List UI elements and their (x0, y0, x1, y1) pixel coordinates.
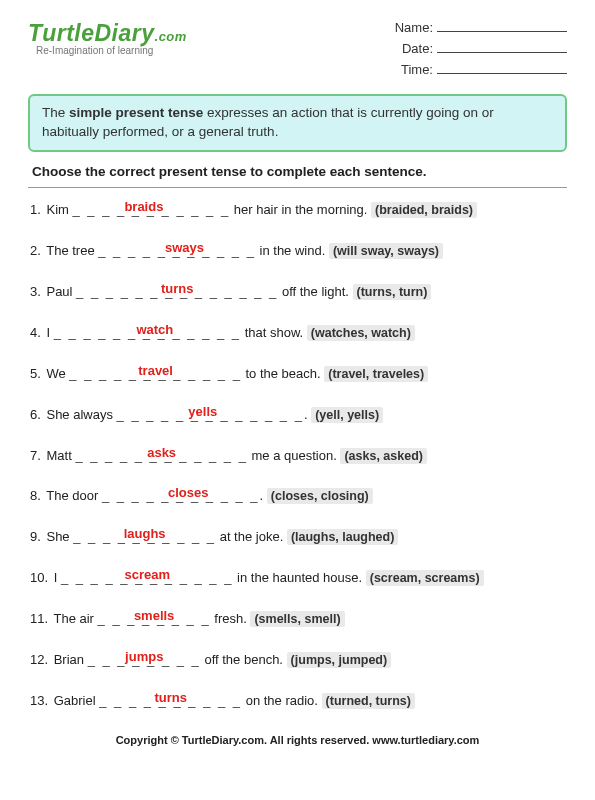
question-number: 13. (30, 693, 48, 708)
options: (braided, braids) (371, 202, 477, 218)
answer-blank[interactable]: braids_ _ _ _ (117, 202, 171, 219)
answer-text: turns (150, 281, 204, 298)
answer-blank[interactable]: turns_ _ _ _ (144, 693, 198, 710)
blank-left: _ _ _ _ (75, 448, 134, 463)
question-post: off the light. (278, 284, 349, 299)
blank-left: _ _ _ _ _ (76, 284, 150, 299)
answer-text: asks (135, 445, 189, 462)
worksheet-page: TurtleDiary.com Re-Imagination of learni… (0, 0, 595, 760)
answer-text: closes (161, 485, 215, 502)
answer-text: smells (127, 608, 181, 625)
blank-right: _ _ _ (198, 693, 243, 708)
question-pre: The tree (46, 243, 98, 258)
question-number: 6. (30, 407, 41, 422)
footer-copyright: Copyright © TurtleDiary.com. All rights … (28, 734, 567, 746)
answer-text: travel (129, 363, 183, 380)
brand-name: TurtleDiary (28, 20, 155, 46)
answer-blank[interactable]: closes_ _ _ _ (161, 488, 215, 505)
answer-blank[interactable]: asks_ _ _ _ (135, 448, 189, 465)
date-input-line[interactable] (437, 52, 567, 53)
answer-text: watch (128, 322, 182, 339)
answer-text: sways (158, 240, 212, 257)
answer-text: laughs (118, 526, 172, 543)
hint-box: The simple present tense expresses an ac… (28, 94, 567, 152)
options: (smells, smell) (250, 611, 344, 627)
answer-blank[interactable]: sways_ _ _ _ (158, 243, 212, 260)
student-meta: Name: Date: Time: (395, 18, 567, 80)
question-list: 1. Kim _ _ _ braids_ _ _ _ _ _ _ _ her h… (28, 202, 567, 710)
blank-right: _ _ _ (211, 243, 256, 258)
answer-text: scream (120, 567, 174, 584)
logo-block: TurtleDiary.com Re-Imagination of learni… (28, 18, 187, 80)
blank-right: _ _ _ _ (182, 325, 241, 340)
blank-left: _ _ _ _ (98, 243, 157, 258)
blank-left: _ _ _ (99, 693, 144, 708)
options: (turned, turns) (322, 693, 415, 709)
question-item: 5. We _ _ _ _ travel_ _ _ _ _ _ _ _ to t… (30, 366, 565, 383)
question-pre: Gabriel (54, 693, 100, 708)
question-item: 10. I _ _ _ _ scream_ _ _ _ _ _ _ _ in t… (30, 570, 565, 587)
name-input-line[interactable] (437, 31, 567, 32)
question-number: 12. (30, 652, 48, 667)
answer-blank[interactable]: turns_ _ _ _ (150, 284, 204, 301)
answer-blank[interactable]: yells_ _ _ _ (176, 407, 230, 424)
answer-text: braids (117, 199, 171, 216)
instruction-text: Choose the correct present tense to comp… (32, 164, 567, 179)
blank-right: _ _ _ (172, 529, 217, 544)
blank-right: _ _ _ (215, 488, 260, 503)
question-pre: She (46, 529, 73, 544)
date-label: Date: (402, 41, 433, 56)
answer-text: yells (176, 404, 230, 421)
question-post: to the beach. (242, 366, 321, 381)
question-post: me a question. (248, 448, 337, 463)
question-item: 8. The door _ _ _ _ closes_ _ _ _ _ _ _.… (30, 488, 565, 505)
options: (asks, asked) (340, 448, 427, 464)
time-label: Time: (401, 62, 433, 77)
question-post: her hair in the morning. (230, 202, 367, 217)
blank-right: _ _ _ _ (171, 202, 230, 217)
blank-right: _ _ _ _ _ (230, 407, 304, 422)
blank-right: _ _ (171, 652, 201, 667)
time-input-line[interactable] (437, 73, 567, 74)
name-label: Name: (395, 20, 433, 35)
question-number: 10. (30, 570, 48, 585)
question-pre: She always (46, 407, 116, 422)
answer-blank[interactable]: laughs_ _ _ _ (118, 529, 172, 546)
blank-right: _ _ (181, 611, 211, 626)
question-item: 12. Brian _ _ jumps_ _ _ _ _ _ off the b… (30, 652, 565, 669)
question-item: 4. I _ _ _ _ _ watch_ _ _ _ _ _ _ _ that… (30, 325, 565, 342)
options: (scream, screams) (366, 570, 484, 586)
answer-blank[interactable]: travel_ _ _ _ (129, 366, 183, 383)
answer-blank[interactable]: jumps_ _ _ _ (117, 652, 171, 669)
question-number: 1. (30, 202, 41, 217)
question-number: 5. (30, 366, 41, 381)
question-pre: Matt (46, 448, 75, 463)
question-item: 7. Matt _ _ _ _ asks_ _ _ _ _ _ _ _ me a… (30, 448, 565, 465)
blank-left: _ _ _ (72, 202, 117, 217)
blank-left: _ _ _ (73, 529, 118, 544)
options: (turns, turn) (353, 284, 432, 300)
blank-left: _ _ (88, 652, 118, 667)
question-number: 2. (30, 243, 41, 258)
options: (watches, watch) (307, 325, 415, 341)
brand-logo: TurtleDiary.com (28, 20, 187, 47)
answer-blank[interactable]: scream_ _ _ _ (120, 570, 174, 587)
question-item: 6. She always _ _ _ _ yells_ _ _ _ _ _ _… (30, 407, 565, 424)
blank-left: _ _ (98, 611, 128, 626)
answer-blank[interactable]: watch_ _ _ _ (128, 325, 182, 342)
question-number: 3. (30, 284, 41, 299)
question-item: 2. The tree _ _ _ _ sways_ _ _ _ _ _ _ i… (30, 243, 565, 260)
header: TurtleDiary.com Re-Imagination of learni… (28, 18, 567, 80)
question-post: that show. (241, 325, 303, 340)
question-post: at the joke. (216, 529, 283, 544)
blank-left: _ _ _ _ (117, 407, 176, 422)
question-post: . (260, 488, 264, 503)
question-pre: Paul (46, 284, 76, 299)
question-post: on the radio. (242, 693, 318, 708)
options: (will sway, sways) (329, 243, 443, 259)
question-item: 13. Gabriel _ _ _ turns_ _ _ _ _ _ _ on … (30, 693, 565, 710)
answer-blank[interactable]: smells_ _ _ _ (127, 611, 181, 628)
question-pre: The door (46, 488, 102, 503)
question-number: 9. (30, 529, 41, 544)
blank-right: _ _ _ _ (189, 448, 248, 463)
